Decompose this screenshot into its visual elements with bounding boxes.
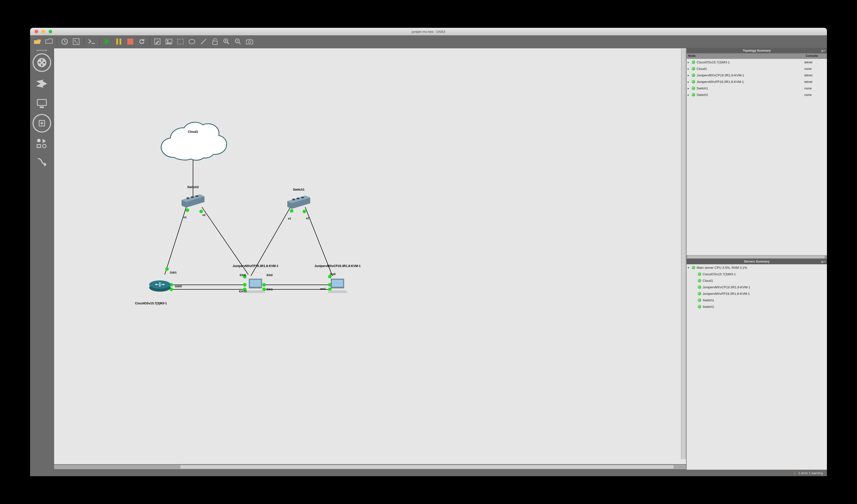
- oval-select-button[interactable]: [187, 37, 197, 47]
- canvas-horizontal-scrollbar[interactable]: [54, 465, 686, 469]
- status-dot-icon: [692, 73, 695, 77]
- all-devices-button[interactable]: [34, 135, 50, 151]
- panel-close-icon[interactable]: ✕: [824, 49, 826, 52]
- expand-icon[interactable]: ▸: [688, 60, 692, 64]
- svg-point-34: [303, 210, 306, 213]
- svg-rect-59: [250, 280, 261, 287]
- svg-rect-47: [187, 197, 189, 199]
- server-main-row[interactable]: ▾ Main server CPU 3.5%, RAM 3.1%: [687, 264, 827, 271]
- node-cisco-router[interactable]: CiscoIOSv15.7(3)M3-1: [135, 281, 171, 305]
- stop-button[interactable]: [125, 37, 135, 47]
- minimize-window-button[interactable]: [41, 30, 45, 33]
- topology-row[interactable]: ▸ JunipervMXvCP19.3R1.8-KVM-1 telnet: [687, 72, 827, 79]
- svg-rect-18: [40, 106, 44, 108]
- expand-icon[interactable]: ▸: [688, 86, 692, 90]
- zoom-in-button[interactable]: [221, 37, 232, 47]
- titlebar: juniper-mx-test - GNS3: [30, 28, 827, 35]
- svg-text:CiscoIOSv15.7(3)M3-1: CiscoIOSv15.7(3)M3-1: [135, 301, 167, 305]
- topology-row[interactable]: ▸ CiscoIOSv15.7(3)M3-1 telnet: [687, 59, 827, 65]
- node-console: telnet: [804, 60, 827, 64]
- topology-row[interactable]: ▸ Cloud1 none: [687, 65, 827, 72]
- status-dot-icon: [698, 292, 701, 295]
- svg-point-9: [167, 40, 168, 41]
- server-child-name: JunipervMXvFP19.3R1.8-KVM-1: [703, 292, 827, 296]
- svg-text:JunipervMXvCP19.3R1.8-KVM-1: JunipervMXvCP19.3R1.8-KVM-1: [315, 264, 360, 268]
- server-child-name: Switch1: [703, 298, 827, 302]
- find-replace-button[interactable]: ab: [71, 37, 81, 47]
- svg-point-15: [248, 40, 251, 43]
- history-button[interactable]: [60, 37, 70, 47]
- canvas-vertical-scrollbar[interactable]: [681, 49, 686, 459]
- status-dot-icon: [692, 60, 695, 64]
- device-dock: [30, 48, 54, 470]
- screenshot-button[interactable]: [245, 37, 255, 47]
- svg-point-11: [189, 39, 195, 44]
- svg-rect-12: [213, 41, 217, 45]
- expand-icon[interactable]: ▸: [688, 80, 692, 84]
- svg-rect-17: [37, 100, 46, 105]
- collapse-icon[interactable]: ▾: [688, 266, 692, 270]
- node-switch2[interactable]: Switch2: [181, 185, 204, 207]
- svg-point-32: [200, 210, 203, 213]
- server-child-row[interactable]: CiscoIOSv15.7(3)M3-1: [687, 271, 827, 277]
- servers-summary-panel: Servers Summary ▣✕ ▾ Main server CPU 3.5…: [687, 259, 827, 470]
- unlock-button[interactable]: [210, 37, 220, 47]
- topology-row[interactable]: ▸ JunipervMXvFP19.3R1.8-KVM-1 telnet: [687, 79, 827, 85]
- svg-text:e2: e2: [202, 213, 205, 216]
- reload-button[interactable]: [137, 37, 147, 47]
- svg-rect-5: [119, 39, 121, 45]
- status-dot-icon: [698, 305, 701, 308]
- router-device-button[interactable]: [33, 53, 51, 72]
- svg-point-21: [43, 144, 46, 148]
- status-dot-icon: [692, 80, 695, 83]
- status-dot-icon: [692, 93, 695, 97]
- pc-device-button[interactable]: [34, 95, 50, 111]
- svg-point-41: [262, 283, 266, 286]
- link-button[interactable]: [34, 154, 50, 170]
- svg-text:Eth9: Eth9: [240, 274, 246, 277]
- svg-rect-51: [292, 199, 295, 200]
- expand-icon[interactable]: ▸: [688, 67, 692, 71]
- security-device-button[interactable]: [33, 114, 51, 133]
- image-button[interactable]: [164, 37, 174, 47]
- window-title: juniper-mx-test - GNS3: [412, 30, 445, 34]
- topology-summary-columns: Node Console: [687, 53, 827, 59]
- topology-row[interactable]: ▸ Switch1 none: [687, 85, 827, 91]
- svg-rect-10: [178, 39, 183, 44]
- panel-undock-icon[interactable]: ▣: [821, 260, 823, 263]
- svg-point-35: [165, 267, 169, 271]
- console-button[interactable]: [87, 37, 97, 47]
- server-child-row[interactable]: Cloud1: [687, 277, 827, 284]
- topology-row[interactable]: ▸ Switch2 none: [687, 91, 827, 98]
- panel-undock-icon[interactable]: ▣: [821, 49, 823, 52]
- rect-select-button[interactable]: [175, 37, 185, 47]
- node-switch1[interactable]: Switch1: [287, 188, 310, 209]
- open-project-button[interactable]: [33, 37, 43, 47]
- edit-button[interactable]: [152, 37, 162, 47]
- play-button[interactable]: [102, 37, 112, 47]
- close-window-button[interactable]: [35, 30, 38, 33]
- server-child-row[interactable]: JunipervMXvFP19.3R1.8-KVM-1: [687, 290, 827, 297]
- line-button[interactable]: [199, 37, 208, 47]
- switch-device-button[interactable]: [33, 74, 51, 93]
- pause-button[interactable]: [114, 37, 124, 47]
- node-console: none: [804, 67, 827, 71]
- topology-summary-scrollbar[interactable]: [687, 255, 827, 259]
- server-child-row[interactable]: Switch1: [687, 297, 827, 303]
- server-child-row[interactable]: Switch2: [687, 303, 827, 310]
- maximize-window-button[interactable]: [49, 30, 52, 33]
- servers-summary-title: Servers Summary: [744, 260, 770, 263]
- zoom-out-button[interactable]: [233, 37, 243, 47]
- node-name: Switch1: [696, 86, 804, 90]
- panel-close-icon[interactable]: ✕: [824, 260, 826, 263]
- expand-icon[interactable]: ▸: [688, 93, 692, 97]
- server-child-name: JunipervMXvCP19.3R1.8-KVM-1: [703, 285, 827, 289]
- topology-canvas[interactable]: Cloud1 Switch2: [54, 48, 686, 464]
- svg-text:Switch1: Switch1: [293, 188, 304, 191]
- open-folder-button[interactable]: [44, 37, 54, 47]
- server-child-row[interactable]: JunipervMXvCP19.3R1.8-KVM-1: [687, 284, 827, 290]
- svg-rect-52: [297, 198, 299, 199]
- expand-icon[interactable]: ▸: [688, 73, 692, 77]
- svg-text:em1: em1: [320, 287, 326, 290]
- node-cloud1[interactable]: Cloud1: [161, 122, 226, 160]
